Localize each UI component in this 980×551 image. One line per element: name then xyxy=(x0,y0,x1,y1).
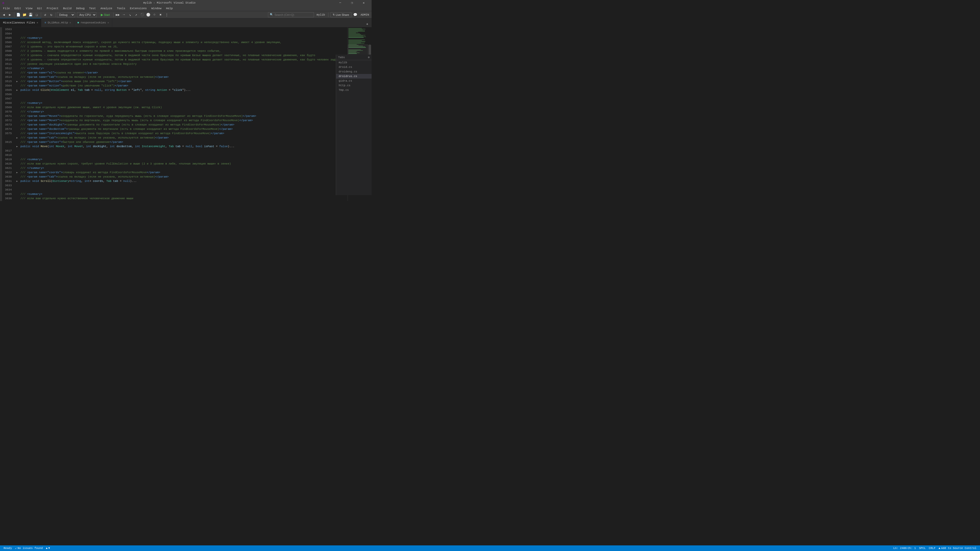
code-line: /// <param name="docBottom">границы доку… xyxy=(21,127,348,131)
side-tab-droid-cs[interactable]: droid.cs xyxy=(336,65,372,69)
tab-close-icon[interactable]: ✕ xyxy=(69,21,71,24)
bp-3-button[interactable]: ○ xyxy=(151,12,157,17)
gutter-cell[interactable]: ▶ xyxy=(15,136,19,140)
gutter-cell xyxy=(15,92,19,97)
gutter: ▶▶▶▶▶▶▶▶▶ xyxy=(15,27,19,201)
more-button[interactable]: ⋮ xyxy=(164,12,169,17)
line-number: 3618 xyxy=(4,153,12,157)
side-tab-droideng-cs[interactable]: droideng.cs xyxy=(336,69,372,74)
code-line: /// если вам отдельно нужно естественное… xyxy=(21,197,348,201)
search-input[interactable] xyxy=(274,13,307,16)
gutter-cell xyxy=(15,118,19,123)
tab-close-icon[interactable]: ✕ xyxy=(107,21,109,24)
minimap-line xyxy=(348,34,361,35)
gutter-cell xyxy=(15,188,19,192)
code-line: /// <param name="Button">кнопка мыши (по… xyxy=(21,79,348,84)
breakpoint-button[interactable]: ⚫ xyxy=(139,12,145,17)
line-number: 3566 xyxy=(4,92,12,97)
minimap-line xyxy=(348,32,358,32)
code-line: public void Scroll(Dictionary<string, in… xyxy=(21,179,348,183)
code-line: /// </summary> xyxy=(21,66,348,71)
open-file-button[interactable]: 📁 xyxy=(22,12,27,17)
bp-2-button[interactable]: ⚪ xyxy=(145,12,151,17)
line-number: 3506 xyxy=(4,40,12,44)
gutter-cell[interactable]: ▶ xyxy=(15,144,19,149)
side-tabs-settings-icon[interactable]: ⚙ xyxy=(368,56,369,59)
code-line: /// </summary> xyxy=(21,110,348,114)
close-button[interactable]: ✕ xyxy=(358,0,369,6)
side-tab-droidrus-cs[interactable]: droidrus.cs xyxy=(336,74,372,79)
menu-item-analyze[interactable]: Analyze xyxy=(99,6,115,11)
gutter-cell xyxy=(15,71,19,75)
titlebar: ◆ mylib - Microsoft Visual Studio — ❐ ✕ xyxy=(0,0,372,6)
menu-item-tools[interactable]: Tools xyxy=(115,6,127,11)
editor[interactable]: 3503350435053506350735083509351035113512… xyxy=(2,27,372,201)
menu-item-build[interactable]: Build xyxy=(61,6,73,11)
new-file-button[interactable]: 📄 xyxy=(16,12,21,17)
restore-button[interactable]: ❐ xyxy=(346,0,358,6)
line-number: 3571 xyxy=(4,114,12,118)
gutter-cell[interactable]: ▶ xyxy=(15,79,19,84)
menu-item-edit[interactable]: Edit xyxy=(12,6,23,11)
toolbar: ◀ ▶ 📄 📁 💾 ❏ ↺ ↻ Debug Release Any CPU x8… xyxy=(0,11,372,18)
feedback-button[interactable]: 💬 xyxy=(352,12,358,17)
gutter-cell xyxy=(15,149,19,153)
minimize-button[interactable]: — xyxy=(334,0,346,6)
tab-responsecookies[interactable]: ■ responseCookies ✕ xyxy=(74,18,112,27)
side-tab-tmp-cs[interactable]: Tmp.cs xyxy=(336,88,372,92)
step-out-button[interactable]: ↗ xyxy=(133,12,139,17)
menu-item-debug[interactable]: Debug xyxy=(74,6,86,11)
minimap-line xyxy=(348,37,366,37)
line-number: 3565 xyxy=(4,88,12,92)
line-number: 3514 xyxy=(4,75,12,79)
gutter-cell[interactable]: ▶ xyxy=(15,88,19,92)
debug-mode-dropdown[interactable]: Debug Release xyxy=(57,12,75,17)
gutter-cell xyxy=(15,127,19,131)
step-into-button[interactable]: ↘ xyxy=(127,12,133,17)
menu-item-help[interactable]: Help xyxy=(164,6,175,11)
gutter-cell xyxy=(15,153,19,157)
build-button[interactable]: ▶▶ xyxy=(115,12,121,17)
gutter-cell[interactable]: ▶ xyxy=(15,179,19,183)
gutter-cell xyxy=(15,123,19,127)
menu-item-test[interactable]: Test xyxy=(87,6,98,11)
minimap-line xyxy=(348,28,362,29)
code-content[interactable]: /// <summary>/// основной метод, включаю… xyxy=(19,27,348,201)
save-button[interactable]: 💾 xyxy=(28,12,33,17)
undo-button[interactable]: ↺ xyxy=(42,12,48,17)
side-tabs-label: Tabs xyxy=(338,56,345,59)
toolbar-right: 🔍 mylib ↯ Live Share 💬 ADMIN xyxy=(268,12,371,17)
forward-button[interactable]: ▶ xyxy=(7,12,13,17)
save-all-button[interactable]: ❏ xyxy=(34,12,40,17)
gutter-cell xyxy=(15,192,19,197)
back-button[interactable]: ◀ xyxy=(1,12,6,17)
tab-dlibrus-http[interactable]: ≡ DLibRus.Http ✕ xyxy=(41,18,74,27)
menu-item-extensions[interactable]: Extensions xyxy=(128,6,149,11)
gutter-cell xyxy=(15,197,19,201)
bp-4-button[interactable]: ✖ xyxy=(158,12,163,17)
start-button[interactable]: ▶ Start xyxy=(99,12,112,17)
redo-button[interactable]: ↻ xyxy=(48,12,54,17)
side-tab-gidra-cs[interactable]: gidra.cs xyxy=(336,79,372,83)
code-line: /// 1 уровень - это просто мгновенный ск… xyxy=(21,44,348,49)
step-over-button[interactable]: → xyxy=(121,12,127,17)
menu-item-project[interactable]: Project xyxy=(45,6,60,11)
gutter-cell xyxy=(15,62,19,66)
tab-close-icon[interactable]: ✕ xyxy=(37,21,38,24)
menu-item-git[interactable]: Git xyxy=(35,6,44,11)
cpu-target-dropdown[interactable]: Any CPU x86 x64 xyxy=(77,12,97,17)
side-tab-mylib[interactable]: mylib xyxy=(336,60,372,65)
gutter-cell xyxy=(15,201,19,201)
menu-item-view[interactable]: View xyxy=(24,6,35,11)
live-share-button[interactable]: ↯ Live Share xyxy=(330,12,352,17)
side-tab-http-cs[interactable]: http.cs xyxy=(336,83,372,88)
menu-item-window[interactable]: Window xyxy=(149,6,164,11)
code-line xyxy=(21,153,348,157)
tab-miscellaneous-files[interactable]: Miscellaneous Files ✕ xyxy=(0,18,41,27)
gutter-cell xyxy=(15,166,19,170)
code-line: /// <summary> xyxy=(21,36,348,40)
new-tab-button[interactable]: + xyxy=(364,21,370,27)
gutter-cell[interactable]: ▶ xyxy=(15,170,19,175)
menu-item-file[interactable]: File xyxy=(1,6,12,11)
project-name-label: mylib xyxy=(315,13,326,16)
